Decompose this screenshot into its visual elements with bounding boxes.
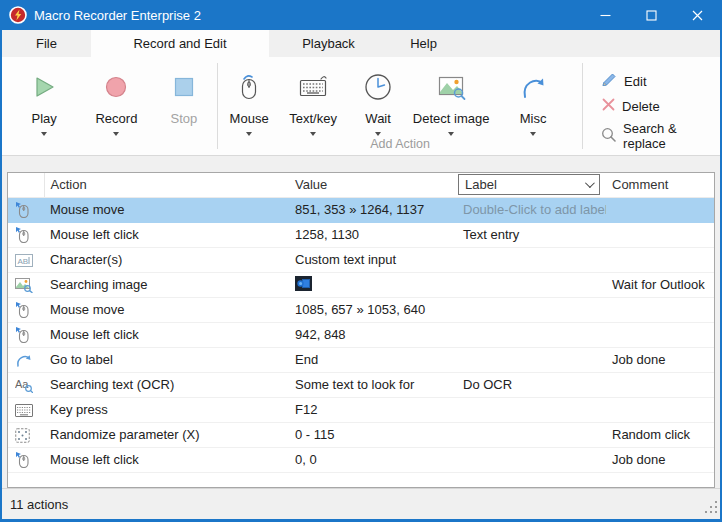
curved-arrow-icon bbox=[518, 68, 548, 106]
table-row[interactable]: AaSearching text (OCR)Some text to look … bbox=[8, 372, 714, 397]
action-cell: Go to label bbox=[44, 347, 289, 372]
label-cell[interactable]: Do OCR bbox=[457, 372, 606, 397]
dropdown-caret-icon[interactable] bbox=[530, 132, 536, 136]
text-key-label: Text/key bbox=[289, 111, 337, 126]
toolbar-separator bbox=[582, 63, 583, 149]
label-cell[interactable] bbox=[457, 347, 606, 372]
chevron-down-icon bbox=[585, 178, 595, 188]
mouse-icon bbox=[15, 226, 31, 243]
value-cell: Some text to look for bbox=[289, 372, 457, 397]
value-cell: Custom text input bbox=[289, 247, 457, 272]
search-replace-button[interactable]: Search & replace bbox=[601, 121, 720, 151]
content-gap bbox=[2, 156, 720, 172]
label-cell[interactable]: Text entry bbox=[457, 222, 606, 247]
action-cell: Mouse left click bbox=[44, 222, 289, 247]
record-button[interactable]: Record bbox=[80, 57, 152, 155]
table-row[interactable]: Mouse left click942, 848 bbox=[8, 322, 714, 347]
play-button[interactable]: Play bbox=[8, 57, 80, 155]
table-row[interactable]: ABCharacter(s)Custom text input bbox=[8, 247, 714, 272]
comment-cell: Job done bbox=[606, 447, 714, 472]
value-cell: 942, 848 bbox=[289, 322, 457, 347]
action-column-header[interactable]: Action bbox=[44, 173, 289, 197]
label-cell[interactable] bbox=[457, 247, 606, 272]
window-title: Macro Recorder Enterprise 2 bbox=[34, 8, 201, 23]
action-cell: Character(s) bbox=[44, 247, 289, 272]
tab-help[interactable]: Help bbox=[388, 30, 459, 57]
table-row[interactable]: Mouse move1085, 657 » 1053, 640 bbox=[8, 297, 714, 322]
clock-icon bbox=[363, 68, 393, 106]
minimize-button[interactable] bbox=[582, 0, 628, 30]
value-cell: F12 bbox=[289, 397, 457, 422]
mouse-icon bbox=[15, 201, 31, 218]
edit-label: Edit bbox=[624, 74, 646, 89]
label-cell[interactable]: Double-Click to add label bbox=[457, 197, 606, 222]
label-cell[interactable] bbox=[457, 447, 606, 472]
stop-button[interactable]: Stop bbox=[153, 57, 216, 155]
label-cell[interactable] bbox=[457, 397, 606, 422]
label-cell[interactable] bbox=[457, 297, 606, 322]
action-table: Action Value Label Comment Mouse move851… bbox=[8, 173, 714, 473]
comment-cell: Job done bbox=[606, 347, 714, 372]
dropdown-caret-icon[interactable] bbox=[375, 132, 381, 136]
dropdown-caret-icon[interactable] bbox=[310, 132, 316, 136]
table-header-row: Action Value Label Comment bbox=[8, 173, 714, 197]
magnifier-icon bbox=[601, 127, 617, 146]
close-button[interactable] bbox=[674, 0, 720, 30]
label-column-header: Label bbox=[457, 173, 606, 197]
dropdown-caret-icon[interactable] bbox=[113, 132, 119, 136]
action-list-panel: Action Value Label Comment Mouse move851… bbox=[7, 172, 715, 488]
svg-text:Aa: Aa bbox=[15, 378, 29, 390]
dropdown-caret-icon[interactable] bbox=[41, 132, 47, 136]
mouse-icon bbox=[236, 68, 262, 106]
action-cell: Mouse move bbox=[44, 197, 289, 222]
title-bar: Macro Recorder Enterprise 2 bbox=[2, 0, 720, 30]
icon-column-header bbox=[8, 173, 44, 197]
dice-icon bbox=[15, 428, 30, 443]
comment-cell bbox=[606, 397, 714, 422]
tab-file[interactable]: File bbox=[2, 30, 91, 57]
char-box-icon: AB bbox=[15, 254, 33, 267]
table-row[interactable]: Searching imageWait for Outlook bbox=[8, 272, 714, 297]
value-cell: End bbox=[289, 347, 457, 372]
action-cell: Searching text (OCR) bbox=[44, 372, 289, 397]
table-row[interactable]: Mouse left click1258, 1130Text entry bbox=[8, 222, 714, 247]
action-cell: Searching image bbox=[44, 272, 289, 297]
table-row[interactable]: Mouse left click0, 0Job done bbox=[8, 447, 714, 472]
tab-playback[interactable]: Playback bbox=[269, 30, 388, 57]
table-row[interactable]: Mouse move851, 353 » 1264, 1137Double-Cl… bbox=[8, 197, 714, 222]
keyboard-icon bbox=[15, 404, 33, 417]
keyboard-icon bbox=[297, 68, 329, 106]
label-cell[interactable] bbox=[457, 422, 606, 447]
image-thumbnail bbox=[295, 276, 312, 291]
value-cell: 851, 353 » 1264, 1137 bbox=[289, 197, 457, 222]
label-filter-dropdown[interactable]: Label bbox=[458, 174, 600, 195]
comment-cell: Random click bbox=[606, 422, 714, 447]
resize-grip[interactable] bbox=[705, 501, 718, 517]
comment-cell: Wait for Outlook bbox=[606, 272, 714, 297]
value-column-header[interactable]: Value bbox=[289, 173, 457, 197]
action-cell: Mouse left click bbox=[44, 447, 289, 472]
wait-label: Wait bbox=[365, 111, 391, 126]
comment-column-header[interactable]: Comment bbox=[606, 173, 714, 197]
dropdown-caret-icon[interactable] bbox=[246, 132, 252, 136]
add-action-group: Mouse Text/key bbox=[220, 57, 580, 155]
value-cell bbox=[289, 272, 457, 297]
comment-cell bbox=[606, 322, 714, 347]
dropdown-caret-icon[interactable] bbox=[448, 132, 454, 136]
misc-label: Misc bbox=[520, 111, 547, 126]
stop-icon bbox=[171, 68, 197, 106]
goto-arrow-icon bbox=[15, 353, 32, 368]
table-row[interactable]: Randomize parameter (X)0 - 115Random cli… bbox=[8, 422, 714, 447]
delete-button[interactable]: Delete bbox=[601, 97, 720, 115]
value-cell: 1085, 657 » 1053, 640 bbox=[289, 297, 457, 322]
label-cell[interactable] bbox=[457, 322, 606, 347]
tab-record-and-edit[interactable]: Record and Edit bbox=[91, 30, 269, 57]
edit-button[interactable]: Edit bbox=[601, 71, 720, 91]
table-row[interactable]: Go to labelEndJob done bbox=[8, 347, 714, 372]
maximize-button[interactable] bbox=[628, 0, 674, 30]
label-cell[interactable] bbox=[457, 272, 606, 297]
action-cell: Randomize parameter (X) bbox=[44, 422, 289, 447]
table-row[interactable]: Key pressF12 bbox=[8, 397, 714, 422]
action-cell: Key press bbox=[44, 397, 289, 422]
toolbar-separator bbox=[217, 63, 218, 149]
